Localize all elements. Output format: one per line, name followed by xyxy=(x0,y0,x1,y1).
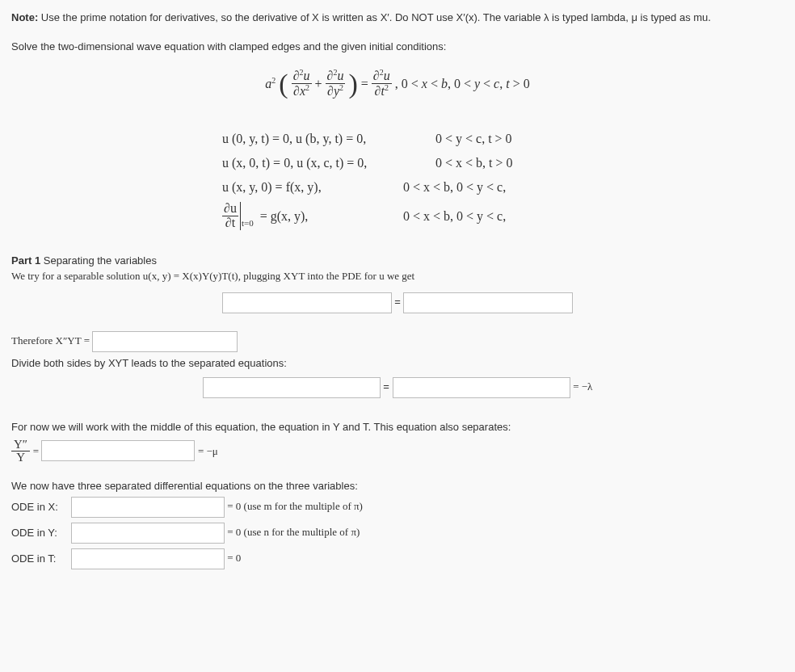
ode-y-row: ODE in Y: = 0 (use n for the multiple of… xyxy=(11,523,784,544)
input-ode-x[interactable] xyxy=(71,497,225,518)
pde-equation-block: a2 ( ∂2u∂x2 + ∂2u∂y2 ) = ∂2u∂t2 , 0 < x … xyxy=(11,69,784,235)
separated-equation-row: = = −λ xyxy=(11,377,784,398)
ode-t-post: = 0 xyxy=(227,552,241,565)
yfrac-den: Y xyxy=(11,452,30,464)
input-y-separation-rhs[interactable] xyxy=(41,440,195,461)
ode-y-label: ODE in Y: xyxy=(11,525,68,541)
input-ode-y[interactable] xyxy=(71,523,225,544)
divide-line: Divide both sides by XYT leads to the se… xyxy=(11,355,784,372)
ic2-right: 0 < x < b, 0 < y < c, xyxy=(403,207,541,226)
eq-lambda: = −λ xyxy=(573,381,592,393)
input-separated-middle[interactable] xyxy=(393,377,570,398)
ic1-right: 0 < x < b, 0 < y < c, xyxy=(403,178,541,197)
ic-row-1: u (x, y, 0) = f(x, y), 0 < x < b, 0 < y … xyxy=(222,178,573,197)
ic-row-2: ∂u∂t t=0 = g(x, y), 0 < x < b, 0 < y < c… xyxy=(222,202,573,230)
bc-row-2: u (x, 0, t) = 0, u (x, c, t) = 0, 0 < x … xyxy=(222,153,573,173)
ode-x-label: ODE in X: xyxy=(11,499,68,515)
y-separation-row: Y″ Y = = −μ xyxy=(11,439,784,464)
bc2-left: u (x, 0, t) = 0, u (x, c, t) = 0, xyxy=(222,153,416,173)
bc-row-1: u (0, y, t) = 0, u (b, y, t) = 0, 0 < y … xyxy=(222,129,573,149)
yfrac-num: Y″ xyxy=(11,439,30,452)
bc2-right: 0 < x < b, t > 0 xyxy=(435,153,573,173)
yfrac: Y″ Y xyxy=(11,439,30,464)
ic1-left: u (x, y, 0) = f(x, y), xyxy=(222,178,384,197)
input-separated-lhs[interactable] xyxy=(203,377,381,398)
part1-heading-rest: Separating the variables xyxy=(40,254,157,267)
therefore-label: Therefore X″YT = xyxy=(11,334,92,346)
eq-sign-1: = xyxy=(394,296,401,308)
input-substituted-lhs[interactable] xyxy=(222,292,392,313)
yfrac-mu: = −μ xyxy=(198,445,218,457)
bc1-left: u (0, y, t) = 0, u (b, y, t) = 0, xyxy=(222,129,416,149)
part1-section: Part 1 Separating the variables We try f… xyxy=(11,253,784,570)
ode-x-post: = 0 (use m for the multiple of π) xyxy=(227,501,363,513)
input-substituted-rhs[interactable] xyxy=(403,292,573,313)
substituted-equation-row: = xyxy=(11,292,784,313)
middle-equation-line: For now we will work with the middle of … xyxy=(11,419,784,435)
ode-x-row: ODE in X: = 0 (use m for the multiple of… xyxy=(11,497,784,518)
ode-t-row: ODE in T: = 0 xyxy=(11,548,784,569)
three-odes-intro: We now have three separated differential… xyxy=(11,478,784,494)
problem-prompt: Solve the two-dimensional wave equation … xyxy=(11,39,784,55)
part1-heading-bold: Part 1 xyxy=(11,254,40,267)
note-line: Note: Use the prime notation for derivat… xyxy=(11,10,784,26)
ic2-post: = g(x, y), xyxy=(260,207,309,226)
note-body: Use the prime notation for derivatives, … xyxy=(41,11,711,23)
part1-line1: We try for a separable solution u(x, y) … xyxy=(11,268,784,284)
part1-heading: Part 1 Separating the variables xyxy=(11,253,784,269)
ode-y-post: = 0 (use n for the multiple of π) xyxy=(227,527,360,539)
therefore-line: Therefore X″YT = xyxy=(11,331,784,352)
yfrac-eq: = xyxy=(33,445,42,457)
input-ode-t[interactable] xyxy=(71,548,225,569)
eq-sign-2: = xyxy=(383,381,389,393)
pde-main-equation: a2 ( ∂2u∂x2 + ∂2u∂y2 ) = ∂2u∂t2 , 0 < x … xyxy=(11,69,784,99)
input-xpp-yt[interactable] xyxy=(92,331,238,352)
bc1-right: 0 < y < c, t > 0 xyxy=(435,129,573,149)
ic2-subscript: t=0 xyxy=(242,216,254,230)
note-prefix: Note: xyxy=(11,11,38,23)
ode-t-label: ODE in T: xyxy=(11,551,68,567)
